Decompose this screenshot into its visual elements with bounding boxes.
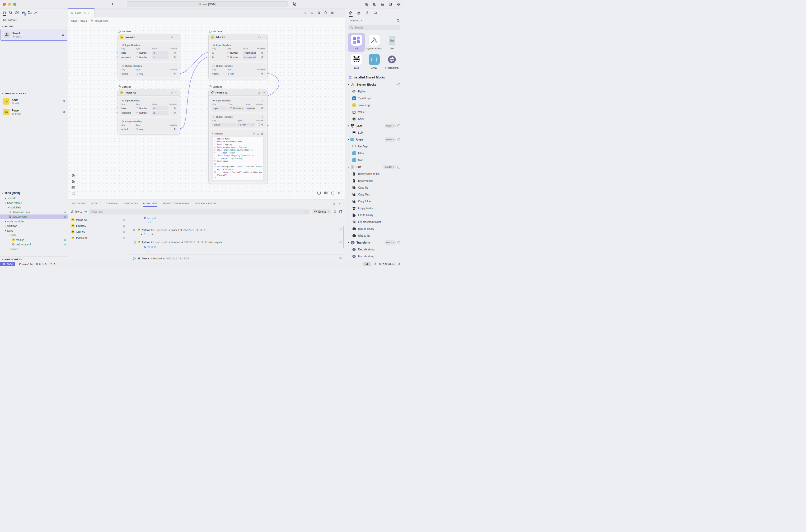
shared-block-item[interactable]: JS Power power ⚙: [0, 107, 68, 117]
log-entry[interactable]: output: 25: [129, 216, 345, 226]
canvas-settings-icon[interactable]: ⚙: [338, 191, 341, 195]
toolpack-item-Copy folder[interactable]: Copy folder: [349, 198, 403, 205]
rerun-icon[interactable]: [310, 11, 314, 15]
shared-blocks-header[interactable]: SHARED BLOCKS: [4, 92, 26, 95]
tree-item-node_modules[interactable]: ▸node_modules: [0, 219, 68, 224]
gear-icon[interactable]: ⚙: [261, 107, 264, 110]
zoom-status[interactable]: [363, 262, 370, 266]
info-icon[interactable]: i: [398, 125, 400, 127]
tree-item-task.oo.yaml[interactable]: task.oo.yaml U: [0, 242, 68, 247]
ports-status[interactable]: 0: [50, 263, 55, 265]
gear-icon[interactable]: ⚙: [62, 110, 65, 114]
close-panel-icon[interactable]: ×: [339, 202, 341, 205]
chevron-right-icon[interactable]: ▸: [2, 258, 3, 261]
run-node-icon[interactable]: ▷: [171, 91, 173, 94]
chevron-down-icon[interactable]: ▾: [348, 125, 349, 127]
chevron-down-icon[interactable]: ▾: [348, 166, 349, 168]
toolpack-item-File to binary[interactable]: File to binary: [349, 212, 403, 218]
workspace-search[interactable]: test [OVM]: [127, 1, 288, 7]
settings-gear-icon[interactable]: ⚙: [397, 2, 400, 6]
maximize-window-button[interactable]: [13, 3, 16, 6]
tree-item-scriptlets[interactable]: ▸scriptlets: [0, 205, 68, 210]
panel-tab-PROJECT BOOTSTRAP[interactable]: PROJECT BOOTSTRAP: [163, 202, 189, 205]
toolpack-tab-icon[interactable]: [349, 11, 352, 15]
extensions-gift-icon[interactable]: [357, 11, 361, 15]
remote-indicator[interactable]: OVM: [0, 262, 15, 266]
screenshot-icon[interactable]: [317, 191, 321, 195]
flow-node-Python #1[interactable]: ✓Success Python #1 ▷ ⋯ Input Handles+ Ke…: [208, 90, 268, 184]
tree-item-power[interactable]: ▾power: [0, 247, 68, 252]
breadcrumb-item[interactable]: flow.oo.yaml: [95, 19, 108, 22]
log-entry[interactable]: ✓Python #1+python#1»finished at2025/6/3 …: [129, 238, 345, 255]
breadcrumb-item[interactable]: flow-1: [80, 19, 87, 22]
flow-list-item[interactable]: flow-1 flow-1 ⚙: [1, 29, 68, 41]
info-icon[interactable]: i: [398, 166, 400, 169]
panel-tab-TOOLPACK INSTALL[interactable]: TOOLPACK INSTALL: [195, 202, 218, 205]
value-input[interactable]: <connected>: [243, 55, 256, 59]
toolpack-category-Transform[interactable]: ✓Transform: [383, 52, 400, 71]
attach-icon[interactable]: [252, 132, 255, 135]
minimap-icon[interactable]: [324, 191, 328, 195]
assistant-menu[interactable]: ∨: [293, 2, 299, 6]
panel-tab-TERMINAL[interactable]: TERMINAL: [106, 202, 118, 205]
tree-item-tasks[interactable]: ▾tasks: [0, 228, 68, 233]
problems-status[interactable]: ⊗ 0 ⚠ 0: [36, 263, 46, 265]
toolpack-category-System Blocks[interactable]: System Blocks: [365, 33, 383, 52]
new-toolpack-icon[interactable]: [397, 19, 400, 22]
flow-canvas[interactable]: ✓Success JSpower#1 ▷ ⋯ Input Handles Key…: [68, 24, 345, 199]
node-more-icon[interactable]: ⋯: [263, 36, 265, 39]
add-input-icon[interactable]: +: [262, 99, 264, 102]
value-input[interactable]: <connected>: [243, 51, 256, 55]
clear-logs-icon[interactable]: [333, 210, 337, 213]
bootstrap-rocket-icon[interactable]: [365, 11, 369, 15]
export-flow-icon[interactable]: [324, 11, 327, 15]
tab-flow-1[interactable]: Flow 1 U ×: [68, 8, 95, 17]
log-entry[interactable]: ↻Python #1+python#1»started at2025/6/3 1…: [129, 226, 345, 238]
flow-node-Power #2[interactable]: ✓Success JSPower #2 ▷ ⋯ Input Handles Ke…: [117, 90, 180, 135]
explorer-more-icon[interactable]: ⋯: [61, 18, 65, 22]
log-source-Addr #1[interactable]: JS Addr #1 2: [68, 229, 128, 235]
layout-table-icon[interactable]: [71, 191, 76, 195]
toolpack-item-JavaScript[interactable]: JSJavaScript: [349, 102, 403, 109]
more-actions-icon[interactable]: ⋯: [338, 11, 341, 15]
chevron-down-icon[interactable]: ▾: [212, 133, 213, 135]
chevron-down-icon[interactable]: ▾: [2, 192, 3, 194]
gear-icon[interactable]: ⚙: [173, 107, 176, 110]
search-activity-icon[interactable]: [9, 11, 13, 15]
tree-item-slotflows[interactable]: ▸slotflows: [0, 224, 68, 228]
zoom-in-icon[interactable]: [71, 174, 76, 178]
close-icon[interactable]: ×: [88, 12, 89, 15]
close-window-button[interactable]: [3, 3, 6, 6]
gear-icon[interactable]: ⚙: [173, 51, 176, 54]
log-entry[interactable]: ✓flow-1»finished at2025/6/3 14:14:30: [129, 255, 345, 262]
toolpack-item-Binary to file[interactable]: Binary to file: [349, 177, 403, 184]
forward-icon[interactable]: [118, 2, 121, 6]
toolpack-category-All[interactable]: All: [348, 33, 365, 52]
log-source-Power #2[interactable]: JS Power #2 2: [68, 216, 128, 223]
key-activity-icon[interactable]: [34, 11, 38, 15]
toolpack-item-Iter Args[interactable]: [x]Iter Args: [349, 143, 403, 150]
comment-icon[interactable]: [339, 240, 342, 243]
nullable-checkbox[interactable]: [258, 124, 261, 126]
toolpack-item-LLM[interactable]: LLM: [349, 129, 403, 136]
toolpack-item-Copy file[interactable]: Copy file: [349, 184, 403, 191]
toolpack-group-System Blocks[interactable]: ▾ System Blocks i: [345, 81, 403, 88]
flow-node-Addr #1[interactable]: ✓Success JSAddr #1 ▷ ⋯ Input Handles Key…: [208, 34, 268, 79]
flow-node-power#1[interactable]: ✓Success JSpower#1 ▷ ⋯ Input Handles Key…: [117, 34, 180, 79]
toolpack-item-Decode string[interactable]: Decode string: [349, 246, 403, 253]
toolpack-category-Array[interactable]: [ ] Array: [365, 52, 383, 71]
tree-item-flow.oo.yaml[interactable]: flow.oo.yaml U: [0, 214, 68, 219]
tree-item-flows / flow-1[interactable]: ▾flows / flow-1: [0, 201, 68, 206]
chevron-down-icon[interactable]: ▾: [348, 138, 349, 141]
fullscreen-icon[interactable]: [331, 191, 334, 195]
panel-tab-PROBLEMS[interactable]: PROBLEMS: [72, 202, 85, 205]
gear-icon[interactable]: ⚙: [173, 111, 176, 114]
run-node-icon[interactable]: ▷: [258, 91, 261, 94]
info-icon[interactable]: i: [398, 83, 400, 86]
version-select[interactable]: 0.0.3∨: [385, 240, 396, 245]
log-flow-selector[interactable]: flow-1: [71, 210, 87, 213]
toolpack-item-Value[interactable]: Value: [349, 109, 403, 115]
type-select[interactable]: 123 Number∨: [228, 107, 245, 110]
value-input[interactable]: <connected>: [246, 107, 254, 110]
breadcrumb-item[interactable]: flows: [71, 19, 77, 22]
